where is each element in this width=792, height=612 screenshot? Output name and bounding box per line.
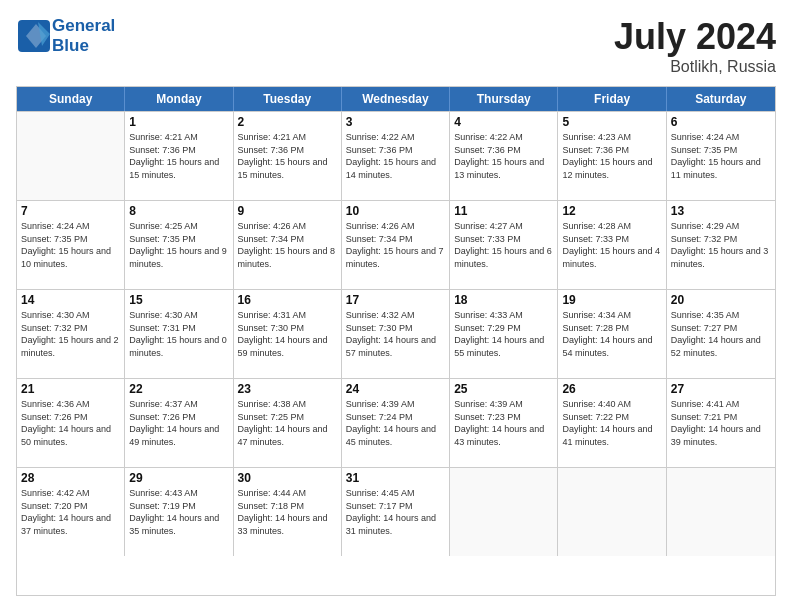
day-cell-5: 5Sunrise: 4:23 AM Sunset: 7:36 PM Daylig… [558, 112, 666, 200]
weekday-header-thursday: Thursday [450, 87, 558, 111]
day-info: Sunrise: 4:22 AM Sunset: 7:36 PM Dayligh… [454, 131, 553, 181]
day-number: 1 [129, 115, 228, 129]
day-cell-13: 13Sunrise: 4:29 AM Sunset: 7:32 PM Dayli… [667, 201, 775, 289]
week-row-3: 14Sunrise: 4:30 AM Sunset: 7:32 PM Dayli… [17, 289, 775, 378]
empty-cell-4-4 [450, 468, 558, 556]
day-info: Sunrise: 4:26 AM Sunset: 7:34 PM Dayligh… [238, 220, 337, 270]
day-info: Sunrise: 4:34 AM Sunset: 7:28 PM Dayligh… [562, 309, 661, 359]
day-number: 23 [238, 382, 337, 396]
day-info: Sunrise: 4:35 AM Sunset: 7:27 PM Dayligh… [671, 309, 771, 359]
day-cell-8: 8Sunrise: 4:25 AM Sunset: 7:35 PM Daylig… [125, 201, 233, 289]
day-number: 28 [21, 471, 120, 485]
day-number: 8 [129, 204, 228, 218]
day-info: Sunrise: 4:22 AM Sunset: 7:36 PM Dayligh… [346, 131, 445, 181]
day-info: Sunrise: 4:27 AM Sunset: 7:33 PM Dayligh… [454, 220, 553, 270]
day-info: Sunrise: 4:43 AM Sunset: 7:19 PM Dayligh… [129, 487, 228, 537]
day-number: 4 [454, 115, 553, 129]
empty-cell-0-0 [17, 112, 125, 200]
day-info: Sunrise: 4:36 AM Sunset: 7:26 PM Dayligh… [21, 398, 120, 448]
day-cell-11: 11Sunrise: 4:27 AM Sunset: 7:33 PM Dayli… [450, 201, 558, 289]
day-cell-20: 20Sunrise: 4:35 AM Sunset: 7:27 PM Dayli… [667, 290, 775, 378]
weekday-header-saturday: Saturday [667, 87, 775, 111]
day-info: Sunrise: 4:39 AM Sunset: 7:24 PM Dayligh… [346, 398, 445, 448]
day-cell-7: 7Sunrise: 4:24 AM Sunset: 7:35 PM Daylig… [17, 201, 125, 289]
month-year-title: July 2024 [614, 16, 776, 58]
day-cell-3: 3Sunrise: 4:22 AM Sunset: 7:36 PM Daylig… [342, 112, 450, 200]
day-number: 11 [454, 204, 553, 218]
calendar: SundayMondayTuesdayWednesdayThursdayFrid… [16, 86, 776, 596]
day-number: 5 [562, 115, 661, 129]
day-info: Sunrise: 4:30 AM Sunset: 7:31 PM Dayligh… [129, 309, 228, 359]
day-info: Sunrise: 4:21 AM Sunset: 7:36 PM Dayligh… [238, 131, 337, 181]
day-info: Sunrise: 4:23 AM Sunset: 7:36 PM Dayligh… [562, 131, 661, 181]
week-row-1: 1Sunrise: 4:21 AM Sunset: 7:36 PM Daylig… [17, 111, 775, 200]
logo-icon [16, 18, 52, 54]
day-number: 21 [21, 382, 120, 396]
day-number: 19 [562, 293, 661, 307]
day-cell-10: 10Sunrise: 4:26 AM Sunset: 7:34 PM Dayli… [342, 201, 450, 289]
day-number: 27 [671, 382, 771, 396]
weekday-header-tuesday: Tuesday [234, 87, 342, 111]
day-cell-14: 14Sunrise: 4:30 AM Sunset: 7:32 PM Dayli… [17, 290, 125, 378]
page: General Blue July 2024 Botlikh, Russia S… [0, 0, 792, 612]
day-number: 25 [454, 382, 553, 396]
header: General Blue July 2024 Botlikh, Russia [16, 16, 776, 76]
day-info: Sunrise: 4:24 AM Sunset: 7:35 PM Dayligh… [21, 220, 120, 270]
day-number: 15 [129, 293, 228, 307]
weekday-header-wednesday: Wednesday [342, 87, 450, 111]
day-cell-25: 25Sunrise: 4:39 AM Sunset: 7:23 PM Dayli… [450, 379, 558, 467]
day-number: 20 [671, 293, 771, 307]
day-cell-15: 15Sunrise: 4:30 AM Sunset: 7:31 PM Dayli… [125, 290, 233, 378]
title-area: July 2024 Botlikh, Russia [614, 16, 776, 76]
day-info: Sunrise: 4:28 AM Sunset: 7:33 PM Dayligh… [562, 220, 661, 270]
day-number: 3 [346, 115, 445, 129]
day-info: Sunrise: 4:31 AM Sunset: 7:30 PM Dayligh… [238, 309, 337, 359]
day-info: Sunrise: 4:21 AM Sunset: 7:36 PM Dayligh… [129, 131, 228, 181]
day-number: 16 [238, 293, 337, 307]
day-cell-18: 18Sunrise: 4:33 AM Sunset: 7:29 PM Dayli… [450, 290, 558, 378]
day-info: Sunrise: 4:37 AM Sunset: 7:26 PM Dayligh… [129, 398, 228, 448]
logo: General Blue [16, 16, 115, 55]
week-row-4: 21Sunrise: 4:36 AM Sunset: 7:26 PM Dayli… [17, 378, 775, 467]
day-info: Sunrise: 4:24 AM Sunset: 7:35 PM Dayligh… [671, 131, 771, 181]
logo-text-blue: Blue [52, 36, 115, 56]
calendar-body: 1Sunrise: 4:21 AM Sunset: 7:36 PM Daylig… [17, 111, 775, 556]
day-cell-31: 31Sunrise: 4:45 AM Sunset: 7:17 PM Dayli… [342, 468, 450, 556]
day-cell-24: 24Sunrise: 4:39 AM Sunset: 7:24 PM Dayli… [342, 379, 450, 467]
logo-text-general: General [52, 16, 115, 36]
day-cell-9: 9Sunrise: 4:26 AM Sunset: 7:34 PM Daylig… [234, 201, 342, 289]
day-cell-12: 12Sunrise: 4:28 AM Sunset: 7:33 PM Dayli… [558, 201, 666, 289]
calendar-header: SundayMondayTuesdayWednesdayThursdayFrid… [17, 87, 775, 111]
day-number: 6 [671, 115, 771, 129]
empty-cell-4-5 [558, 468, 666, 556]
day-cell-22: 22Sunrise: 4:37 AM Sunset: 7:26 PM Dayli… [125, 379, 233, 467]
day-info: Sunrise: 4:32 AM Sunset: 7:30 PM Dayligh… [346, 309, 445, 359]
day-info: Sunrise: 4:44 AM Sunset: 7:18 PM Dayligh… [238, 487, 337, 537]
day-number: 9 [238, 204, 337, 218]
weekday-header-friday: Friday [558, 87, 666, 111]
day-cell-21: 21Sunrise: 4:36 AM Sunset: 7:26 PM Dayli… [17, 379, 125, 467]
day-cell-1: 1Sunrise: 4:21 AM Sunset: 7:36 PM Daylig… [125, 112, 233, 200]
day-cell-26: 26Sunrise: 4:40 AM Sunset: 7:22 PM Dayli… [558, 379, 666, 467]
day-cell-4: 4Sunrise: 4:22 AM Sunset: 7:36 PM Daylig… [450, 112, 558, 200]
day-number: 14 [21, 293, 120, 307]
day-info: Sunrise: 4:39 AM Sunset: 7:23 PM Dayligh… [454, 398, 553, 448]
day-info: Sunrise: 4:38 AM Sunset: 7:25 PM Dayligh… [238, 398, 337, 448]
weekday-header-monday: Monday [125, 87, 233, 111]
day-number: 17 [346, 293, 445, 307]
day-cell-28: 28Sunrise: 4:42 AM Sunset: 7:20 PM Dayli… [17, 468, 125, 556]
empty-cell-4-6 [667, 468, 775, 556]
day-info: Sunrise: 4:40 AM Sunset: 7:22 PM Dayligh… [562, 398, 661, 448]
day-info: Sunrise: 4:29 AM Sunset: 7:32 PM Dayligh… [671, 220, 771, 270]
day-number: 26 [562, 382, 661, 396]
day-number: 18 [454, 293, 553, 307]
week-row-2: 7Sunrise: 4:24 AM Sunset: 7:35 PM Daylig… [17, 200, 775, 289]
day-number: 7 [21, 204, 120, 218]
week-row-5: 28Sunrise: 4:42 AM Sunset: 7:20 PM Dayli… [17, 467, 775, 556]
day-cell-30: 30Sunrise: 4:44 AM Sunset: 7:18 PM Dayli… [234, 468, 342, 556]
day-number: 2 [238, 115, 337, 129]
weekday-header-sunday: Sunday [17, 87, 125, 111]
day-cell-17: 17Sunrise: 4:32 AM Sunset: 7:30 PM Dayli… [342, 290, 450, 378]
day-info: Sunrise: 4:45 AM Sunset: 7:17 PM Dayligh… [346, 487, 445, 537]
day-number: 10 [346, 204, 445, 218]
